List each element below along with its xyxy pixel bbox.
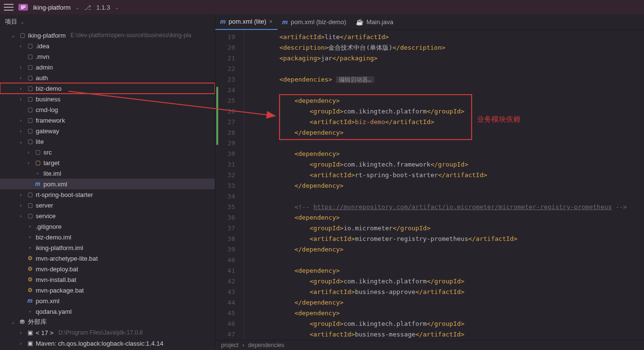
breadcrumb[interactable]: project › dependencies <box>215 340 644 350</box>
gutter-change-bar <box>216 87 218 145</box>
code-line[interactable] <box>249 64 644 74</box>
vcs-branch-icon[interactable]: ⎇ <box>84 4 91 11</box>
code-line[interactable]: <groupId>com.ikingtech.platform</groupId… <box>249 276 644 287</box>
code-line[interactable]: <groupId>com.ikingtech.platform</groupId… <box>249 319 644 329</box>
tree-item-pom-xml[interactable]: mpom.xml <box>0 179 215 189</box>
editor-pane: mpom.xml (lite)×mpom.xml (biz-demo)☕Main… <box>215 14 644 350</box>
tree-item-qodana-yaml[interactable]: ▫qodana.yaml <box>0 306 215 317</box>
code-line[interactable]: <groupId>com.ikingtech.framework</groupI… <box>249 159 644 170</box>
project-tree: ⌄▢ iking-platform E:\dev-platform\open-s… <box>0 29 215 350</box>
project-name[interactable]: iking-platform <box>33 4 70 11</box>
tree-item-iking-platform-iml[interactable]: ▫iking-platform.iml <box>0 242 215 253</box>
sidebar-title: 项目 <box>5 17 17 26</box>
tree-item-framework[interactable]: ›▢framework <box>0 115 215 126</box>
tree-item-mvn-deploy-bat[interactable]: ⚙mvn-deploy.bat <box>0 264 215 274</box>
tree-item-lite[interactable]: ⌄▢lite <box>0 136 215 147</box>
tab-pom-xml--biz-demo-[interactable]: mpom.xml (biz-demo) <box>278 14 351 30</box>
chevron-down-icon[interactable]: ⌄ <box>20 19 24 25</box>
tree-item--mvn[interactable]: ▢.mvn <box>0 51 215 62</box>
project-sidebar: 项目 ⌄ ⌄▢ iking-platform E:\dev-platform\o… <box>0 14 215 350</box>
code-line[interactable]: <artifactId>rt-spring-boot-starter</arti… <box>249 170 644 181</box>
code-line[interactable]: </dependency> <box>249 244 644 255</box>
code-line[interactable]: <description>金合技术中台(单体版)</description> <box>249 42 644 53</box>
chevron-down-icon[interactable]: ⌄ <box>115 5 119 10</box>
sidebar-header[interactable]: 项目 ⌄ <box>0 14 215 29</box>
tree-item-src[interactable]: ›▢src <box>0 147 215 157</box>
code-line[interactable]: <groupId>io.micrometer</groupId> <box>249 223 644 234</box>
chevron-down-icon[interactable]: ⌄ <box>75 5 79 10</box>
tree-item-lite-iml[interactable]: ▫lite.iml <box>0 168 215 179</box>
code-line[interactable]: <artifactId>business-message</artifactId… <box>249 329 644 340</box>
annotation-box <box>279 94 472 140</box>
code-line[interactable]: <dependency> <box>249 212 644 223</box>
code-area[interactable]: 1920212223242526272829303132333435363738… <box>215 30 644 340</box>
annotation-label: 业务模块依赖 <box>477 115 520 124</box>
tab-main-java[interactable]: ☕Main.java <box>351 14 398 30</box>
external-libs[interactable]: ⌄⛃ 外部库 <box>0 317 215 327</box>
tree-item-cmd-log[interactable]: ▢cmd-log <box>0 104 215 115</box>
code-line[interactable]: <artifactId>micrometer-registry-promethe… <box>249 234 644 244</box>
project-badge: IP <box>18 4 28 11</box>
code-line[interactable]: <artifactId>business-approve</artifactId… <box>249 287 644 297</box>
tree-item-biz-demo[interactable]: ›▢biz-demo <box>0 83 215 94</box>
hamburger-icon[interactable] <box>4 4 14 11</box>
tree-item-business[interactable]: ›▢business <box>0 94 215 104</box>
tree-item--gitignore[interactable]: ▫.gitignore <box>0 221 215 232</box>
line-gutter: 1920212223242526272829303132333435363738… <box>215 30 244 340</box>
code-line[interactable]: <dependency> <box>249 308 644 319</box>
tree-item-auth[interactable]: ›▢auth <box>0 72 215 83</box>
tree-item-gateway[interactable]: ›▢gateway <box>0 126 215 136</box>
tree-item-mvn-archetype-lite-bat[interactable]: ⚙mvn-archetype-lite.bat <box>0 253 215 264</box>
tree-item-pom-xml[interactable]: mpom.xml <box>0 295 215 306</box>
ext-lib-item[interactable]: ›▣Maven: ch.qos.logback:logback-classic:… <box>0 338 215 349</box>
code-line[interactable] <box>249 255 644 266</box>
code-line[interactable]: </dependency> <box>249 181 644 191</box>
tree-item-biz-demo-iml[interactable]: ▫biz-demo.iml <box>0 232 215 242</box>
code-line[interactable] <box>249 191 644 202</box>
tree-root[interactable]: ⌄▢ iking-platform E:\dev-platform\open-s… <box>0 30 215 41</box>
tree-item--idea[interactable]: ›▢.idea <box>0 41 215 51</box>
tree-item-server[interactable]: ›▢server <box>0 200 215 210</box>
code-content[interactable]: <artifactId>lite</artifactId> <descripti… <box>244 30 644 340</box>
tree-item-admin[interactable]: ›▢admin <box>0 62 215 72</box>
code-line[interactable]: <dependencies> 编辑启动器… <box>249 74 644 85</box>
breadcrumb-item[interactable]: project <box>221 342 238 349</box>
version-label[interactable]: 1.1.3 <box>96 4 110 11</box>
code-line[interactable]: <!-- https://mvnrepository.com/artifact/… <box>249 202 644 212</box>
ext-lib-item[interactable]: ›▣< 17 >D:\Program Files\Java\jdk-17.0.8 <box>0 327 215 338</box>
breadcrumb-item[interactable]: dependencies <box>248 342 284 349</box>
tab-pom-xml--lite-[interactable]: mpom.xml (lite)× <box>215 14 278 30</box>
titlebar: IP iking-platform ⌄ ⎇ 1.1.3 ⌄ <box>0 0 644 14</box>
code-line[interactable]: <packaging>jar</packaging> <box>249 53 644 64</box>
tree-item-mvn-package-bat[interactable]: ⚙mvn-package.bat <box>0 285 215 295</box>
code-line[interactable]: <dependency> <box>249 149 644 159</box>
code-line[interactable]: <dependency> <box>249 266 644 276</box>
tree-item-service[interactable]: ›▢service <box>0 210 215 221</box>
tree-item-target[interactable]: ›▢target <box>0 157 215 168</box>
tree-item-mvn-install-bat[interactable]: ⚙mvn-install.bat <box>0 274 215 285</box>
root-path: E:\dev-platform\open-source\business\iki… <box>70 32 191 39</box>
code-line[interactable]: </dependency> <box>249 297 644 308</box>
editor-tabs: mpom.xml (lite)×mpom.xml (biz-demo)☕Main… <box>215 14 644 30</box>
close-icon[interactable]: × <box>269 18 273 25</box>
code-line[interactable]: <artifactId>lite</artifactId> <box>249 32 644 42</box>
chevron-right-icon: › <box>242 342 244 349</box>
tree-item-rt-spring-boot-starter[interactable]: ›▢rt-spring-boot-starter <box>0 189 215 200</box>
